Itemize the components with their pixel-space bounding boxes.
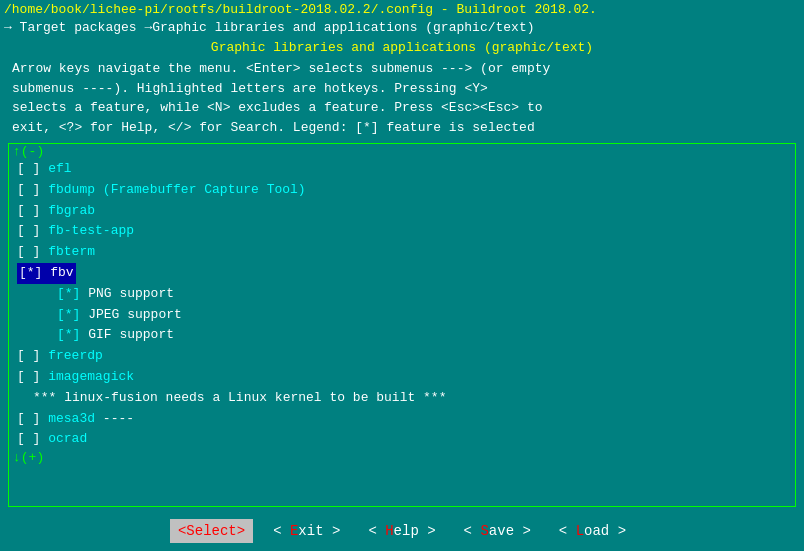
main-content: Graphic libraries and applications (grap… <box>0 36 804 511</box>
menu-item-fbdump[interactable]: [ ] fbdump (Framebuffer Capture Tool) <box>17 180 787 201</box>
help-line-4: exit, <?> for Help, </> for Search. Lege… <box>12 118 792 138</box>
menu-item-freerdp[interactable]: [ ] freerdp <box>17 346 787 367</box>
menu-item-fbgrab[interactable]: [ ] fbgrab <box>17 201 787 222</box>
title-bar: /home/book/lichee-pi/rootfs/buildroot-20… <box>0 0 804 19</box>
save-button[interactable]: < Save > <box>456 519 539 543</box>
scroll-bottom: ↓(+) <box>9 450 795 465</box>
scroll-top: ↑(-) <box>9 144 795 159</box>
menu-item-efl[interactable]: [ ] efl <box>17 159 787 180</box>
menu-item-png[interactable]: [*] PNG support <box>17 284 787 305</box>
menu-item-fbv[interactable]: [*] fbv <box>17 263 787 284</box>
load-button[interactable]: < Load > <box>551 519 634 543</box>
select-button[interactable]: <Select> <box>170 519 253 543</box>
breadcrumb-text: → Target packages →Graphic libraries and… <box>4 20 535 35</box>
warning-linux-fusion: *** linux-fusion needs a Linux kernel to… <box>17 388 787 409</box>
title-text: /home/book/lichee-pi/rootfs/buildroot-20… <box>4 2 597 17</box>
help-line-1: Arrow keys navigate the menu. <Enter> se… <box>12 59 792 79</box>
menu-item-jpeg[interactable]: [*] JPEG support <box>17 305 787 326</box>
menu-item-mesa3d[interactable]: [ ] mesa3d ---- <box>17 409 787 430</box>
breadcrumb-bar: → Target packages →Graphic libraries and… <box>0 19 804 36</box>
help-line-3: selects a feature, while <N> excludes a … <box>12 98 792 118</box>
button-bar: <Select> < Exit > < Help > < Save > < Lo… <box>0 511 804 551</box>
menu-box[interactable]: ↑(-) [ ] efl [ ] fbdump (Framebuffer Cap… <box>8 143 796 507</box>
help-text: Arrow keys navigate the menu. <Enter> se… <box>4 57 800 141</box>
help-button[interactable]: < Help > <box>360 519 443 543</box>
menu-item-ocrad[interactable]: [ ] ocrad <box>17 429 787 450</box>
menu-item-fbterm[interactable]: [ ] fbterm <box>17 242 787 263</box>
menu-item-imagemagick[interactable]: [ ] imagemagick <box>17 367 787 388</box>
menu-list: [ ] efl [ ] fbdump (Framebuffer Capture … <box>9 159 795 450</box>
exit-button[interactable]: < Exit > <box>265 519 348 543</box>
menu-item-fb-test-app[interactable]: [ ] fb-test-app <box>17 221 787 242</box>
menu-item-gif[interactable]: [*] GIF support <box>17 325 787 346</box>
help-line-2: submenus ----). Highlighted letters are … <box>12 79 792 99</box>
section-title: Graphic libraries and applications (grap… <box>4 38 800 57</box>
